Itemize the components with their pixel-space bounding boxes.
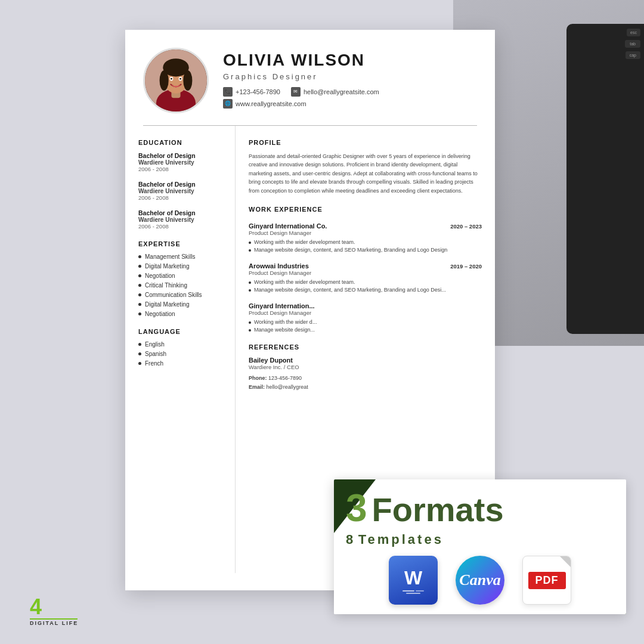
ref-email: hello@reallygreat: [267, 384, 308, 390]
header-info: OLIVIA WILSON Graphics Designer 📞 +123-4…: [223, 51, 477, 111]
references-section: REFERENCES Bailey Dupont Wardiere Inc. /…: [249, 343, 482, 392]
candidate-name: OLIVIA WILSON: [223, 51, 477, 70]
edu-degree-2: Bachelor of Design: [138, 181, 224, 188]
language-section: LANGUAGE English Spanish French: [138, 328, 224, 367]
bullet: [138, 293, 141, 296]
expertise-item: Communication Skills: [145, 292, 202, 298]
job-role-3: Product Design Manager: [249, 309, 482, 316]
formats-label: Formats: [372, 493, 504, 527]
job-role-2: Product Design Manager: [249, 270, 482, 276]
list-item: Manage website design, content, and SEO …: [249, 247, 482, 253]
phone-contact: 📞 +123-456-7890: [223, 87, 280, 97]
resume-header: OLIVIA WILSON Graphics Designer 📞 +123-4…: [125, 30, 495, 125]
logo-text: DIGITAL LIFE: [30, 620, 78, 626]
pdf-icon: PDF: [522, 556, 571, 605]
keyboard-bg: esc tab cap: [566, 24, 644, 334]
edu-year-2: 2006 - 2008: [138, 194, 224, 201]
email-icon: ✉: [291, 87, 301, 97]
svg-point-6: [183, 70, 192, 91]
list-item: Digital Marketing: [138, 263, 224, 270]
expertise-item: Management Skills: [145, 253, 195, 260]
list-item: Spanish: [138, 351, 224, 357]
candidate-title: Graphics Designer: [223, 72, 477, 81]
logo-4: 4: [30, 596, 42, 618]
education-title: EDUCATION: [138, 139, 224, 146]
language-list: English Spanish French: [138, 341, 224, 367]
templates-count: 8: [346, 532, 355, 547]
bullet-text: Manage website design...: [254, 327, 315, 333]
ref-name: Bailey Dupont: [249, 357, 482, 364]
bullet: [249, 321, 251, 324]
expertise-item: Negotiation: [145, 311, 175, 317]
edu-year-3: 2006 - 2008: [138, 223, 224, 230]
left-column: EDUCATION Bachelor of Design Wardiere Un…: [125, 126, 236, 573]
email-value: hello@reallygreatsite.com: [304, 88, 379, 95]
ref-company: Wardiere Inc. / CEO: [249, 364, 482, 370]
pdf-badge: PDF: [528, 572, 566, 589]
job-header-1: Ginyard International Co. 2020 – 2023: [249, 219, 482, 230]
website-icon: 🌐: [223, 99, 233, 109]
edu-degree-3: Bachelor of Design: [138, 209, 224, 216]
list-item: Working with the wider development team.: [249, 279, 482, 285]
templates-label: Templates: [358, 532, 444, 547]
bullet: [249, 249, 251, 252]
edu-uni-3: Wardiere University: [138, 216, 224, 223]
edu-uni-1: Wardiere University: [138, 159, 224, 166]
job-entry-3: Ginyard Internation... Product Design Ma…: [249, 299, 482, 339]
formats-number: 3: [346, 489, 367, 527]
expertise-item: Negotiation: [145, 273, 175, 279]
expertise-item: Digital Marketing: [145, 301, 189, 308]
canva-icon: Canva: [456, 556, 504, 605]
bullet-text: Manage website design, content, and SEO …: [254, 247, 447, 253]
website-value: www.reallygreatsite.com: [236, 100, 306, 107]
lang-french: French: [145, 360, 163, 367]
language-title: LANGUAGE: [138, 328, 224, 335]
svg-point-10: [179, 78, 181, 80]
edu-year-1: 2006 - 2008: [138, 166, 224, 172]
bullet-text: Working with the wider d...: [254, 319, 317, 325]
list-item: Manage website design...: [249, 327, 482, 333]
phone-label: Phone:: [249, 375, 268, 381]
list-item: Negotiation: [138, 311, 224, 317]
education-section: EDUCATION Bachelor of Design Wardiere Un…: [138, 139, 224, 230]
list-item: French: [138, 360, 224, 367]
phone-value: +123-456-7890: [236, 88, 280, 95]
list-item: Management Skills: [138, 253, 224, 260]
bullet: [138, 343, 141, 346]
profile-title: PROFILE: [249, 139, 482, 146]
expertise-title: EXPERTISE: [138, 240, 224, 247]
list-item: English: [138, 341, 224, 348]
edu-uni-2: Wardiere University: [138, 188, 224, 194]
edu-entry-1: Bachelor of Design Wardiere University 2…: [138, 152, 224, 172]
list-item: Manage website design, content, and SEO …: [249, 287, 482, 293]
bullet: [138, 274, 141, 277]
list-item: Communication Skills: [138, 292, 224, 298]
job-header-3: Ginyard Internation...: [249, 299, 482, 309]
job-dates-1: 2020 – 2023: [450, 223, 482, 230]
job-role-1: Product Design Manager: [249, 230, 482, 236]
list-item: Negotiation: [138, 273, 224, 279]
ref-contact: Phone: 123-456-7890 Email: hello@reallyg…: [249, 374, 482, 392]
list-item: Working with the wider d...: [249, 319, 482, 325]
profile-text: Passionate and detail-oriented Graphic D…: [249, 152, 482, 195]
bullet: [138, 284, 141, 287]
bullet: [249, 281, 251, 284]
email-contact: ✉ hello@reallygreatsite.com: [291, 87, 379, 97]
bullet: [138, 265, 141, 268]
website-contact: 🌐 www.reallygreatsite.com: [223, 99, 306, 109]
bullet: [138, 352, 141, 355]
list-item: Critical Thinking: [138, 282, 224, 289]
job-bullets-1: Working with the wider development team.…: [249, 239, 482, 253]
expertise-list: Management Skills Digital Marketing Nego…: [138, 253, 224, 317]
expertise-item: Digital Marketing: [145, 263, 189, 270]
bullet-text: Working with the wider development team.: [254, 239, 355, 245]
bullet: [138, 303, 141, 306]
job-header-2: Arowwai Industries 2019 – 2020: [249, 259, 482, 270]
work-title: WORK EXPERIENCE: [249, 206, 482, 213]
bullet: [138, 312, 141, 315]
list-item: Working with the wider development team.: [249, 239, 482, 245]
job-dates-2: 2019 – 2020: [450, 263, 482, 270]
digital-life-logo: 4 DIGITAL LIFE: [30, 596, 78, 626]
phone-icon: 📞: [223, 87, 233, 97]
job-company-2: Arowwai Industries: [249, 262, 309, 270]
